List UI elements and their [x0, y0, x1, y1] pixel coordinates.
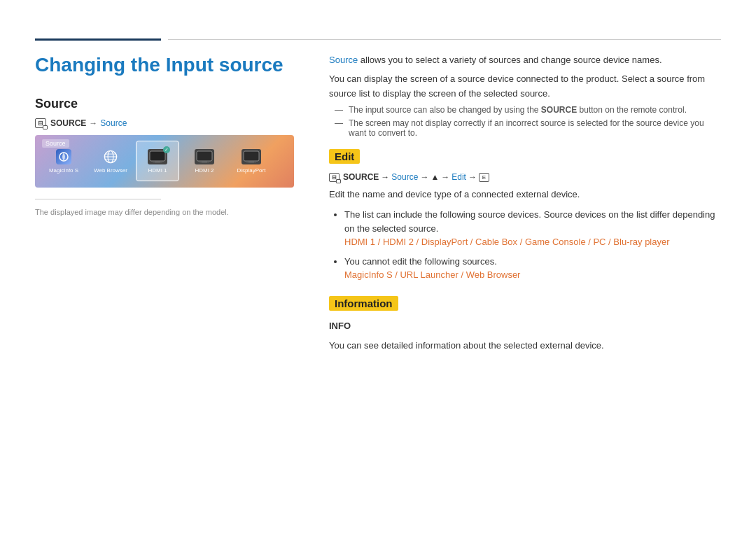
svg-rect-10 — [202, 161, 207, 162]
edit-bullet-2: You cannot edit the following sources. M… — [344, 255, 721, 282]
edit-link: Edit — [451, 172, 466, 182]
hdmi2-icon — [195, 149, 214, 164]
edit-bullet-2-links: MagicInfo S / URL Launcher / Web Browser — [344, 269, 520, 280]
source-item-label-hdmi1: HDMI 1 — [148, 167, 167, 174]
svg-rect-7 — [155, 161, 160, 162]
info-section: Information INFO You can see detailed in… — [329, 296, 721, 354]
edit-bullet-2-text: You cannot edit the following sources. — [344, 256, 497, 267]
source-item-label-webbrowser: Web Browser — [94, 167, 127, 174]
note-1: — The input source can also be changed b… — [329, 105, 721, 115]
edit-path-source: SOURCE — [343, 172, 379, 182]
page-title: Changing the Input source — [35, 53, 301, 77]
magicinfo-icon — [56, 149, 71, 164]
edit-source-icon: ⊟ — [329, 173, 340, 182]
source-image-mockup: Source MagicInfo S — [35, 135, 294, 188]
source-menu-icon: ⊟ — [35, 118, 46, 128]
source-path: ⊟ SOURCE → Source — [35, 118, 301, 128]
top-line-light — [168, 39, 721, 40]
edit-up-arrow: ▲ — [430, 172, 439, 182]
source-path-arrow: → — [89, 118, 97, 128]
edit-arrow4: → — [468, 172, 477, 182]
info-heading: Information — [329, 296, 398, 311]
svg-rect-14 — [246, 162, 256, 163]
edit-arrow3: → — [441, 172, 449, 182]
svg-rect-11 — [200, 162, 209, 163]
svg-rect-9 — [197, 151, 212, 161]
dp-svg — [243, 150, 260, 163]
globe-icon — [103, 149, 118, 164]
edit-path: ⊟ SOURCE → Source → ▲ → Edit → E — [329, 172, 721, 182]
source-item-hdmi1: ✓ HDMI 1 — [136, 141, 179, 181]
source-heading: Source — [35, 97, 301, 111]
source-path-link: Source — [100, 118, 127, 128]
note-2: — The screen may not display correctly i… — [329, 118, 721, 138]
source-item-label-magicinfo: MagicInfo S — [49, 167, 78, 174]
svg-rect-12 — [244, 151, 259, 161]
edit-section: Edit ⊟ SOURCE → Source → ▲ → Edit → E Ed… — [329, 149, 721, 281]
info-description: You can see detailed information about t… — [329, 339, 721, 353]
source-path-source: SOURCE — [50, 118, 86, 128]
monitor-svg — [196, 150, 213, 163]
edit-bullet-1-text: The list can include the following sourc… — [344, 209, 715, 234]
intro-text-1: allows you to select a variety of source… — [358, 55, 662, 65]
source-item-webbrowser: Web Browser — [89, 141, 132, 181]
check-mark: ✓ — [163, 146, 170, 153]
edit-arrow2: → — [420, 172, 428, 182]
edit-description: Edit the name and device type of a conne… — [329, 188, 721, 202]
page-container: Changing the Input source Source ⊟ SOURC… — [0, 38, 756, 534]
source-item-label-displayport: DisplayPort — [237, 167, 266, 174]
note-dash-2: — — [335, 118, 343, 128]
edit-source-link: Source — [391, 172, 418, 182]
intro-source-link: Source — [329, 55, 358, 65]
edit-bullet-1-links: HDMI 1 / HDMI 2 / DisplayPort / Cable Bo… — [344, 237, 670, 247]
left-column: Changing the Input source Source ⊟ SOURC… — [35, 53, 301, 359]
source-tag-label: Source — [42, 139, 69, 148]
right-column: Source allows you to select a variety of… — [329, 53, 721, 359]
top-decorative-lines — [0, 38, 756, 41]
note-text-1: The input source can also be changed by … — [349, 105, 687, 115]
edit-arrow1: → — [381, 172, 389, 182]
svg-rect-6 — [150, 151, 165, 161]
main-content: Changing the Input source Source ⊟ SOURC… — [0, 53, 756, 359]
source-item-displayport: DisplayPort — [230, 141, 273, 181]
note-text-2: The screen may not display correctly if … — [349, 118, 721, 138]
intro-paragraph-2: You can display the screen of a source d… — [329, 72, 721, 101]
edit-bullet-list: The list can include the following sourc… — [329, 208, 721, 282]
image-caption: The displayed image may differ depending… — [35, 208, 301, 216]
svg-rect-13 — [248, 161, 254, 162]
edit-heading: Edit — [329, 149, 360, 164]
note-dash-1: — — [335, 105, 343, 115]
hdmi1-icon: ✓ — [148, 149, 167, 164]
edit-confirm-icon: E — [479, 173, 489, 182]
left-divider — [35, 199, 161, 199]
intro-paragraph-1: Source allows you to select a variety of… — [329, 53, 721, 68]
displayport-icon — [241, 149, 261, 164]
source-item-hdmi2: HDMI 2 — [183, 141, 226, 181]
source-item-label-hdmi2: HDMI 2 — [195, 167, 214, 174]
info-label: INFO — [329, 319, 721, 334]
top-line-dark — [35, 38, 161, 41]
svg-rect-8 — [153, 162, 162, 163]
edit-bullet-1: The list can include the following sourc… — [344, 208, 721, 249]
